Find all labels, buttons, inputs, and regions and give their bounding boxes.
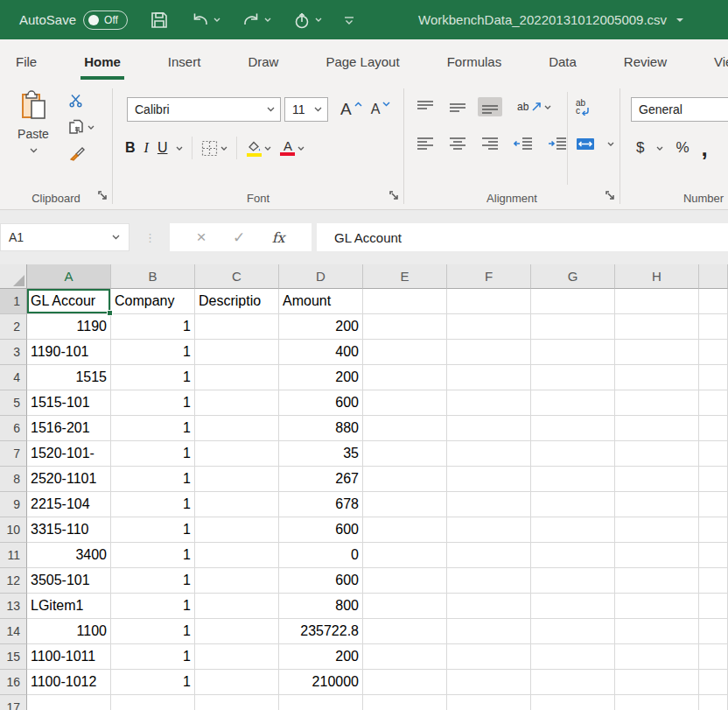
- cell-D4[interactable]: 200: [279, 365, 363, 390]
- cell-C5[interactable]: [195, 390, 279, 416]
- column-header-C[interactable]: C: [195, 264, 279, 289]
- cell-partial-14[interactable]: [699, 619, 728, 644]
- row-header-17[interactable]: 17: [0, 695, 27, 710]
- cell-partial-11[interactable]: [699, 543, 728, 568]
- cell-partial-1[interactable]: [699, 289, 728, 314]
- cell-A15[interactable]: 1100-1011: [27, 644, 111, 670]
- cancel-button[interactable]: ×: [196, 228, 206, 247]
- cell-A10[interactable]: 3315-110: [27, 517, 111, 543]
- cell-C15[interactable]: [195, 644, 279, 670]
- cell-A7[interactable]: 1520-101-: [27, 441, 111, 467]
- cell-H4[interactable]: [615, 365, 699, 390]
- cell-B2[interactable]: 1: [111, 314, 195, 340]
- cell-G6[interactable]: [531, 416, 615, 441]
- top-align-button[interactable]: [413, 97, 438, 116]
- cell-D13[interactable]: 800: [279, 594, 363, 619]
- cell-B9[interactable]: 1: [111, 492, 195, 517]
- cell-G17[interactable]: [531, 695, 615, 710]
- cell-partial-7[interactable]: [699, 441, 728, 467]
- cell-E16[interactable]: [363, 670, 447, 695]
- cell-B10[interactable]: 1: [111, 517, 195, 543]
- cell-B4[interactable]: 1: [111, 365, 195, 390]
- cell-F13[interactable]: [447, 594, 531, 619]
- cell-C1[interactable]: Descriptio: [195, 289, 279, 314]
- cell-D2[interactable]: 200: [279, 314, 363, 340]
- row-header-14[interactable]: 14: [0, 619, 27, 644]
- cell-B16[interactable]: 1: [111, 670, 195, 695]
- tab-data[interactable]: Data: [549, 39, 577, 83]
- tab-formulas[interactable]: Formulas: [447, 39, 502, 83]
- cell-D9[interactable]: 678: [279, 492, 363, 517]
- cell-F14[interactable]: [447, 619, 531, 644]
- cell-D3[interactable]: 400: [279, 340, 363, 365]
- cell-G5[interactable]: [531, 390, 615, 416]
- cell-C4[interactable]: [195, 365, 279, 390]
- cell-D17[interactable]: [279, 695, 363, 710]
- cell-C3[interactable]: [195, 340, 279, 365]
- cell-F11[interactable]: [447, 543, 531, 568]
- touch-mouse-mode-button[interactable]: [292, 11, 322, 30]
- cell-G9[interactable]: [531, 492, 615, 517]
- cell-H3[interactable]: [615, 340, 699, 365]
- copy-button[interactable]: [68, 119, 94, 135]
- number-format-select[interactable]: General: [631, 97, 728, 122]
- autosave-toggle[interactable]: AutoSave Off: [19, 11, 128, 30]
- cell-B12[interactable]: 1: [111, 568, 195, 594]
- window-title-area[interactable]: WorkbenchData_20220131012005009.csv: [418, 0, 684, 39]
- cell-B17[interactable]: [111, 695, 195, 710]
- column-header-partial[interactable]: [699, 264, 728, 289]
- cell-partial-17[interactable]: [699, 695, 728, 710]
- cell-A2[interactable]: 1190: [27, 314, 111, 340]
- cell-E12[interactable]: [363, 568, 447, 594]
- copy-dropdown-icon[interactable]: [88, 125, 94, 130]
- cell-F15[interactable]: [447, 644, 531, 670]
- name-box-dropdown-icon[interactable]: [112, 235, 120, 240]
- cell-C13[interactable]: [195, 594, 279, 619]
- font-name-select[interactable]: Calibri: [127, 97, 281, 122]
- cell-H13[interactable]: [615, 594, 699, 619]
- cell-partial-3[interactable]: [699, 340, 728, 365]
- row-header-8[interactable]: 8: [0, 467, 27, 492]
- align-right-button[interactable]: [478, 134, 502, 153]
- cell-A17[interactable]: [27, 695, 111, 710]
- grow-font-button[interactable]: A: [340, 101, 362, 118]
- cell-E13[interactable]: [363, 594, 447, 619]
- cell-D12[interactable]: 600: [279, 568, 363, 594]
- row-header-10[interactable]: 10: [0, 517, 27, 543]
- cell-E8[interactable]: [363, 467, 447, 492]
- tab-page-layout[interactable]: Page Layout: [326, 39, 399, 83]
- font-color-dropdown-icon[interactable]: [298, 146, 304, 151]
- orientation-button[interactable]: ab: [517, 101, 551, 113]
- cell-F6[interactable]: [447, 416, 531, 441]
- cell-B8[interactable]: 1: [111, 467, 195, 492]
- cell-partial-12[interactable]: [699, 568, 728, 594]
- row-header-13[interactable]: 13: [0, 594, 27, 619]
- bold-button[interactable]: B: [125, 140, 136, 156]
- cell-C2[interactable]: [195, 314, 279, 340]
- cell-A14[interactable]: 1100: [27, 619, 111, 644]
- cell-E11[interactable]: [363, 543, 447, 568]
- cell-E6[interactable]: [363, 416, 447, 441]
- accounting-dropdown-icon[interactable]: [656, 146, 663, 151]
- cell-C6[interactable]: [195, 416, 279, 441]
- cell-C9[interactable]: [195, 492, 279, 517]
- accounting-format-button[interactable]: $: [636, 139, 644, 157]
- row-header-15[interactable]: 15: [0, 644, 27, 670]
- comma-style-button[interactable]: ,: [702, 139, 708, 157]
- clipboard-dialog-launcher[interactable]: [98, 188, 108, 204]
- cell-B11[interactable]: 1: [111, 543, 195, 568]
- cell-C14[interactable]: [195, 619, 279, 644]
- font-color-button[interactable]: A: [280, 140, 304, 156]
- cell-C16[interactable]: [195, 670, 279, 695]
- cell-partial-16[interactable]: [699, 670, 728, 695]
- cell-C12[interactable]: [195, 568, 279, 594]
- row-header-9[interactable]: 9: [0, 492, 27, 517]
- tab-view[interactable]: View: [714, 39, 728, 83]
- format-painter-button[interactable]: [68, 146, 94, 162]
- undo-button[interactable]: [191, 11, 220, 29]
- row-header-7[interactable]: 7: [0, 441, 27, 467]
- cell-B5[interactable]: 1: [111, 390, 195, 416]
- cell-F2[interactable]: [447, 314, 531, 340]
- merge-center-button[interactable]: [576, 129, 618, 158]
- cell-partial-9[interactable]: [699, 492, 728, 517]
